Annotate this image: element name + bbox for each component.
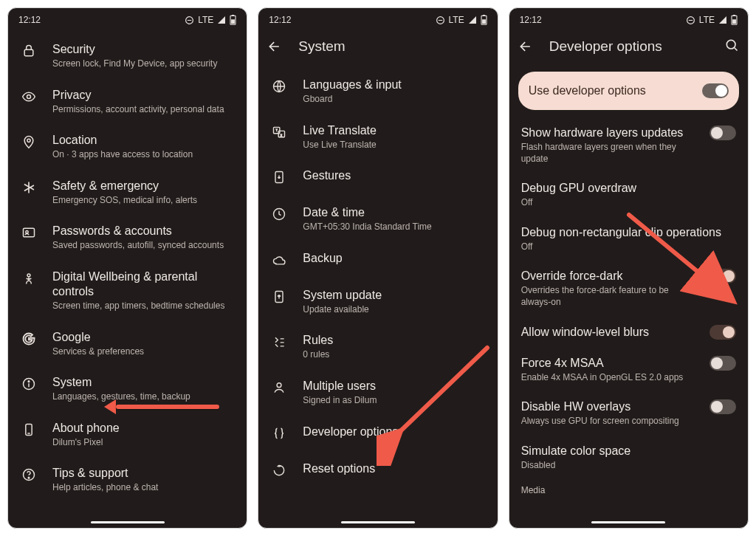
settings-item-location[interactable]: LocationOn · 3 apps have access to locat… xyxy=(8,124,247,170)
system-item-backup[interactable]: Backup xyxy=(258,242,497,279)
dev-item-simulate-color[interactable]: Simulate color spaceDisabled xyxy=(509,436,748,480)
lock-icon xyxy=(21,44,36,61)
svg-rect-8 xyxy=(24,229,35,238)
settings-item-tips[interactable]: Tips & supportHelp articles, phone & cha… xyxy=(8,457,247,503)
settings-item-system[interactable]: SystemLanguages, gestures, time, backup xyxy=(8,366,247,412)
system-item-languages[interactable]: Languages & inputGboard xyxy=(258,69,497,114)
svg-rect-4 xyxy=(231,19,235,24)
svg-rect-22 xyxy=(482,19,486,24)
back-button[interactable] xyxy=(518,39,533,54)
dev-options-list[interactable]: Show hardware layers updatesFlash hardwa… xyxy=(509,116,748,528)
status-time: 12:12 xyxy=(18,15,41,25)
back-button[interactable] xyxy=(267,39,282,54)
toggle-force-msaa[interactable] xyxy=(709,356,736,371)
dev-item-disable-hw-overlays[interactable]: Disable HW overlaysAlways use GPU for sc… xyxy=(509,391,748,436)
dev-item-hardware-layers[interactable]: Show hardware layers updatesFlash hardwa… xyxy=(509,117,748,173)
status-time: 12:12 xyxy=(520,15,542,25)
battery-icon xyxy=(481,15,487,25)
update-icon xyxy=(272,289,286,307)
reset-icon xyxy=(272,463,286,481)
settings-item-privacy[interactable]: PrivacyPermissions, account activity, pe… xyxy=(8,79,247,125)
app-bar-title: Developer options xyxy=(549,38,662,55)
item-title: Security xyxy=(52,42,235,57)
signal-icon xyxy=(217,16,226,24)
svg-rect-35 xyxy=(732,19,736,24)
user-icon xyxy=(272,380,286,398)
app-bar: Developer options xyxy=(509,29,748,64)
settings-item-safety[interactable]: Safety & emergencyEmergency SOS, medical… xyxy=(8,170,247,216)
svg-point-9 xyxy=(26,231,28,233)
dev-item-clip-operations[interactable]: Debug non-rectangular clip operationsOff xyxy=(509,217,748,261)
toggle-hardware-layers[interactable] xyxy=(709,126,736,140)
cloud-icon xyxy=(272,252,286,270)
navigation-pill[interactable] xyxy=(341,521,415,523)
dev-item-window-blurs[interactable]: Allow window-level blurs xyxy=(509,317,748,348)
settings-item-passwords[interactable]: Passwords & accountsSaved passwords, aut… xyxy=(8,215,247,261)
clock-icon xyxy=(272,207,286,224)
settings-item-wellbeing[interactable]: Digital Wellbeing & parental controlsScr… xyxy=(8,261,247,321)
app-bar-title: System xyxy=(298,38,345,55)
do-not-disturb-icon xyxy=(686,16,695,25)
system-item-rules[interactable]: Rules0 rules xyxy=(258,324,497,370)
app-bar: System xyxy=(258,29,497,64)
wellbeing-icon xyxy=(21,271,36,289)
navigation-pill[interactable] xyxy=(91,521,165,523)
phone-icon xyxy=(21,422,36,440)
toggle-disable-hw-overlays[interactable] xyxy=(709,399,736,414)
battery-icon xyxy=(731,15,738,25)
system-list[interactable]: Languages & inputGboard Live TranslateUs… xyxy=(258,64,497,528)
translate-icon xyxy=(272,125,286,142)
svg-point-36 xyxy=(726,40,735,49)
use-developer-options-toggle[interactable] xyxy=(702,83,729,98)
asterisk-icon xyxy=(21,180,36,198)
system-item-live-translate[interactable]: Live TranslateUse Live Translate xyxy=(258,114,497,160)
system-item-gestures[interactable]: Gestures xyxy=(258,159,497,196)
network-label: LTE xyxy=(699,15,715,25)
help-icon xyxy=(21,467,36,485)
pill-title: Use developer options xyxy=(529,83,646,98)
svg-point-6 xyxy=(27,95,31,98)
svg-point-29 xyxy=(277,383,281,388)
use-developer-options-row[interactable]: Use developer options xyxy=(518,72,739,110)
settings-item-about-phone[interactable]: About phoneDilum's Pixel xyxy=(8,412,247,458)
do-not-disturb-icon xyxy=(185,16,194,25)
settings-list[interactable]: SecurityScreen lock, Find My Device, app… xyxy=(8,29,247,528)
globe-icon xyxy=(272,79,286,97)
developer-options-screen: 12:12 LTE Developer options Use develope… xyxy=(509,7,749,529)
status-bar: 12:12 LTE xyxy=(8,8,247,29)
navigation-pill[interactable] xyxy=(591,521,665,523)
dev-item-override-force-dark[interactable]: Override force-darkOverrides the force-d… xyxy=(509,261,748,316)
google-icon xyxy=(21,331,36,349)
section-media: Media xyxy=(509,479,748,495)
svg-point-7 xyxy=(27,139,30,142)
braces-icon xyxy=(272,426,286,444)
search-button[interactable] xyxy=(724,38,739,56)
dev-item-force-msaa[interactable]: Force 4x MSAAEnable 4x MSAA in OpenGL ES… xyxy=(509,348,748,392)
svg-rect-3 xyxy=(232,15,234,16)
svg-rect-21 xyxy=(483,15,485,16)
network-label: LTE xyxy=(198,15,213,25)
id-icon xyxy=(21,225,36,243)
status-bar: 12:12 LTE xyxy=(509,8,748,29)
system-item-developer-options[interactable]: Developer options xyxy=(258,416,497,453)
settings-item-security[interactable]: SecurityScreen lock, Find My Device, app… xyxy=(8,33,247,79)
svg-point-17 xyxy=(28,478,30,479)
svg-line-37 xyxy=(735,47,738,50)
system-item-datetime[interactable]: Date & timeGMT+05:30 India Standard Time xyxy=(258,196,497,242)
info-icon xyxy=(21,377,36,394)
battery-icon xyxy=(230,15,236,25)
system-item-update[interactable]: System updateUpdate available xyxy=(258,279,497,325)
system-screen: 12:12 LTE System Languages & inputGboard… xyxy=(258,7,498,529)
svg-rect-5 xyxy=(24,49,33,55)
toggle-override-force-dark[interactable] xyxy=(709,269,736,284)
toggle-window-blurs[interactable] xyxy=(709,325,736,340)
pin-icon xyxy=(21,134,36,152)
rules-icon xyxy=(272,334,286,352)
settings-item-google[interactable]: GoogleServices & preferences xyxy=(8,321,247,367)
dev-item-gpu-overdraw[interactable]: Debug GPU overdrawOff xyxy=(509,173,748,217)
svg-point-13 xyxy=(28,381,30,382)
system-item-reset[interactable]: Reset options xyxy=(258,453,497,489)
system-item-users[interactable]: Multiple usersSigned in as Dilum xyxy=(258,370,497,416)
signal-icon xyxy=(718,16,727,24)
signal-icon xyxy=(468,16,477,24)
